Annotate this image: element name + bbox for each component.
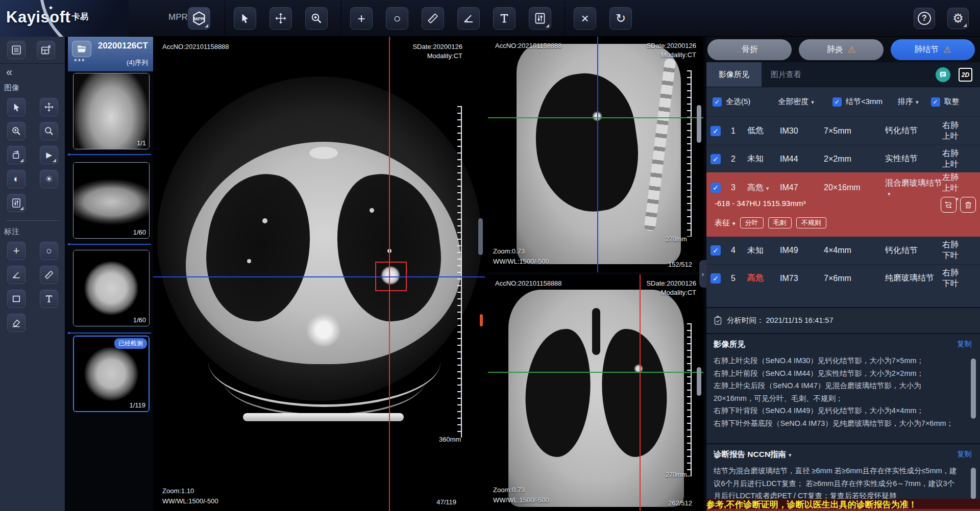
crosshair-horizontal-green[interactable] (488, 117, 703, 118)
row-checkbox[interactable]: ✓ (710, 183, 721, 193)
crosshair-annotate-tool[interactable]: + (7, 242, 26, 260)
warning-icon: ⚠ (943, 44, 951, 55)
small-nodule-checkbox[interactable]: ✓ (832, 97, 842, 107)
right-panel-collapse-button[interactable]: › (699, 260, 706, 288)
crosshair-tool-button[interactable]: + (350, 7, 373, 30)
2d-view-button[interactable]: 2D (959, 68, 972, 82)
cursor-icon (12, 103, 21, 112)
feature-tag[interactable]: 不规则 (796, 217, 826, 228)
nodule-row-4[interactable]: ✓ 4 未知 IM49 4×4mm 钙化结节 右肺下叶 (706, 237, 980, 264)
nodule-row-3-expanded[interactable]: ✓ 3 高危▾ IM47 20×16mm 混合磨玻璃结节▾ 左肺上叶▾ -618… (706, 172, 980, 237)
density-dropdown[interactable]: 全部密度▾ (778, 97, 814, 107)
help-button[interactable]: ? (914, 8, 935, 29)
text-tool-button[interactable] (493, 7, 516, 30)
nodule-row-2[interactable]: ✓ 2 未知 IM44 2×2mm 实性结节 右肺上叶 (706, 145, 980, 172)
nodule-type-dropdown[interactable]: 混合磨玻璃结节▾ (885, 178, 942, 198)
round-checkbox[interactable]: ✓ (931, 97, 940, 107)
row-checkbox[interactable]: ✓ (710, 273, 721, 284)
layout-panel-button[interactable] (37, 41, 55, 59)
eraser-tool[interactable] (7, 314, 26, 332)
invert-contrast-tool[interactable]: ◐ (7, 170, 26, 188)
report-bubble-button[interactable] (936, 67, 950, 82)
nodule-roi-box[interactable] (375, 262, 407, 291)
axial-viewport[interactable]: AccNO:202101158888 SDate:20200126 Modali… (153, 37, 485, 511)
crosshair-vertical-red[interactable] (640, 274, 641, 511)
series-list-panel-button[interactable] (7, 41, 26, 59)
pan-tool[interactable] (40, 98, 58, 116)
report-scrollbar-thumb[interactable] (971, 468, 976, 499)
delete-annotation-button[interactable]: × (574, 7, 596, 30)
zoom-in-tool[interactable] (7, 122, 26, 140)
accession-number: AccNO:202101158888 (162, 43, 229, 50)
rotate-icon (11, 150, 21, 160)
text-annotate-tool[interactable] (40, 290, 58, 308)
delete-nodule-button[interactable] (960, 197, 976, 213)
ellipse-icon: ○ (394, 11, 401, 25)
crosshair-vertical-blue[interactable] (597, 37, 598, 272)
row-checkbox[interactable]: ✓ (710, 154, 721, 164)
select-all-checkbox[interactable]: ✓ (713, 97, 722, 107)
reset-tool-button[interactable]: ↻ (609, 7, 632, 30)
cursor-icon (239, 13, 251, 24)
copy-report-button[interactable]: 复制 (957, 449, 972, 459)
sort-dropdown[interactable]: 排序▾ (898, 97, 919, 107)
tab-fracture[interactable]: 骨折 (707, 39, 792, 60)
series-thumbnail[interactable]: 1/60 (73, 250, 150, 326)
cursor-tool[interactable] (7, 98, 26, 116)
feature-tag[interactable]: 毛刺 (768, 217, 792, 228)
magnify-tool[interactable] (40, 122, 58, 140)
zoom-in-tool-button[interactable] (305, 7, 328, 30)
copy-findings-button[interactable]: 复制 (957, 339, 972, 349)
window-level-tool[interactable] (7, 194, 26, 212)
caret-down-icon: ▾ (766, 185, 769, 191)
ct-coronal-image (508, 290, 684, 507)
nodule-row-5[interactable]: ✓ 5 高危 IM73 7×6mm 纯磨玻璃结节 右肺下叶 (706, 264, 980, 292)
series-thumbnail-selected[interactable]: 已经检测 1/119 (73, 336, 150, 412)
window-level-tool-button[interactable] (529, 7, 551, 30)
feature-dropdown[interactable]: 表征▾ (715, 218, 736, 228)
ellipse-tool-button[interactable]: ○ (386, 7, 408, 30)
open-study-button[interactable] (72, 41, 91, 57)
caret-down-icon[interactable]: ▾ (789, 452, 792, 458)
ruler-tool-button[interactable] (422, 7, 444, 30)
slice-scrollbar-thumb[interactable] (697, 105, 701, 143)
cursor-tool-button[interactable] (234, 7, 256, 30)
slice-scrollbar-thumb[interactable] (478, 218, 483, 255)
tab-pneumonia[interactable]: 肺炎 ⚠ (799, 39, 883, 60)
series-thumbnail[interactable]: 1/60 (73, 162, 150, 239)
sidebar-collapse-button[interactable]: « (0, 64, 65, 77)
crosshair-horizontal-blue[interactable] (153, 276, 485, 277)
tab-image-findings[interactable]: 影像所见 (706, 62, 762, 87)
ruler-annotate-tool[interactable] (40, 266, 58, 284)
rotate-tool[interactable] (7, 146, 26, 164)
coronal-viewport[interactable]: AccNO:202101158888 SDate:20200126 Modali… (488, 274, 703, 511)
brightness-tool[interactable]: ☀ (40, 170, 58, 188)
ruler-length-label: 270mm (666, 471, 687, 478)
tab-lung-nodule[interactable]: 肺结节 ⚠ (891, 39, 975, 60)
nodule-index: 5 (731, 274, 747, 283)
cine-play-tool[interactable]: ▶ (40, 146, 58, 164)
feature-tag[interactable]: 分叶 (740, 217, 764, 228)
gear-icon: ⚙ (952, 11, 964, 25)
mpr-mode-button[interactable]: MPR (188, 7, 210, 30)
nodule-row-3[interactable]: ✓ 3 高危▾ IM47 20×16mm 混合磨玻璃结节▾ 左肺上叶▾ (706, 172, 980, 201)
findings-scrollbar-thumb[interactable] (971, 359, 976, 419)
nodule-row-1[interactable]: ✓ 1 低危 IM30 7×5mm 钙化结节 右肺上叶 (706, 116, 980, 145)
series-thumbnail[interactable]: 1/1 (73, 73, 150, 149)
nodule-risk-dropdown[interactable]: 高危▾ (747, 183, 780, 193)
row-checkbox[interactable]: ✓ (710, 245, 721, 256)
pan-tool-button[interactable] (270, 7, 292, 30)
ellipse-annotate-tool[interactable]: ○ (40, 242, 58, 260)
slice-scrollbar-thumb[interactable] (697, 367, 701, 396)
row-checkbox[interactable]: ✓ (710, 126, 721, 136)
nodule-location: 右肺上叶 (942, 120, 980, 142)
settings-button[interactable]: ⚙ (947, 8, 969, 29)
angle-tool-button[interactable] (457, 7, 480, 30)
tab-picture-view[interactable]: 图片查看 (771, 70, 801, 80)
sagittal-viewport[interactable]: AccNO:202101158888 SDate:20200126 Modali… (488, 37, 703, 273)
follow-up-button[interactable] (941, 197, 957, 213)
rectangle-annotate-tool[interactable] (7, 290, 26, 308)
angle-annotate-tool[interactable] (7, 266, 26, 284)
crosshair-horizontal-green[interactable] (488, 372, 703, 373)
window-width-level: WW/WL:1500/-500 (493, 258, 549, 265)
